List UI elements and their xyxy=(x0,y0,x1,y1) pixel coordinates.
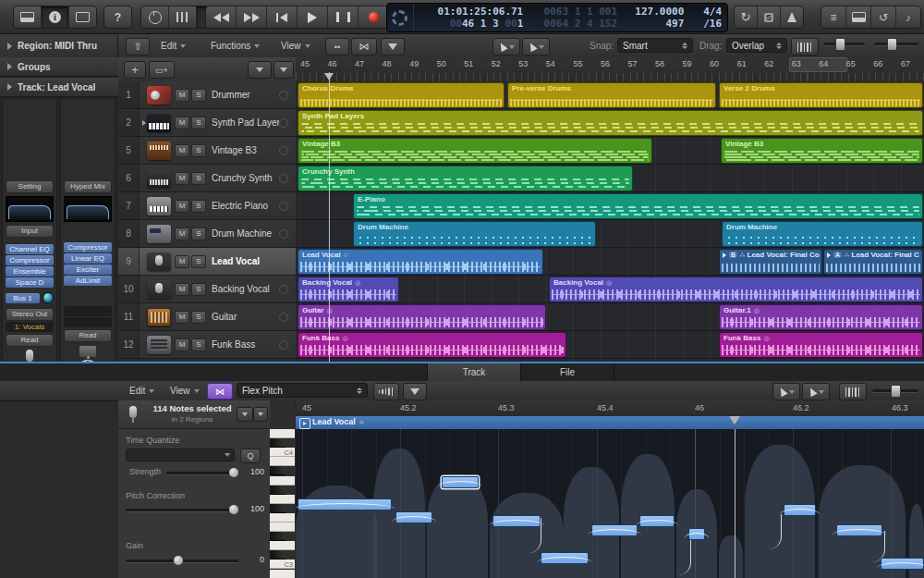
plugin-slot-button[interactable]: Ensemble xyxy=(6,266,54,277)
flex-pitch-note[interactable] xyxy=(442,476,479,488)
lcd-position[interactable]: 01:01:25:06.71 0046 1 3 001 xyxy=(414,4,523,31)
track-row-guitar[interactable]: 11MSGuitar xyxy=(118,303,296,331)
input-monitor-icon[interactable] xyxy=(279,146,288,155)
list-editors-button[interactable]: ≡ xyxy=(821,6,846,28)
white-key-b2[interactable] xyxy=(270,570,295,578)
flex-pitch-note[interactable] xyxy=(784,504,816,516)
pointer-tool-menu[interactable] xyxy=(492,38,520,55)
plugin-slot-button[interactable]: Space D xyxy=(6,277,54,288)
pause-button[interactable] xyxy=(328,6,359,28)
editor-filter-button[interactable] xyxy=(403,383,427,400)
track-mute-button[interactable]: M xyxy=(175,172,189,185)
track-solo-button[interactable]: S xyxy=(191,89,206,102)
hzoom-thumb[interactable] xyxy=(887,38,897,51)
flex-pitch-note[interactable] xyxy=(881,558,924,570)
flex-mode-dropdown[interactable]: Flex Pitch xyxy=(237,383,368,398)
mixer-button[interactable] xyxy=(169,6,197,28)
strength-knob[interactable] xyxy=(229,468,238,477)
track-filter-button[interactable] xyxy=(381,38,405,55)
input-monitor-icon[interactable] xyxy=(279,340,288,350)
smart-controls-button[interactable] xyxy=(141,6,169,28)
track-mute-button[interactable]: M xyxy=(175,311,189,324)
white-key-e3[interactable] xyxy=(270,523,295,532)
automation-button[interactable]: •• xyxy=(325,38,349,55)
toolbar-toggle-button[interactable] xyxy=(69,6,96,28)
pitch-correction-slider[interactable] xyxy=(126,509,238,511)
white-key-c4[interactable]: C4 xyxy=(270,448,295,457)
lcd-settings[interactable] xyxy=(387,4,414,31)
flex-pitch-note[interactable] xyxy=(688,528,705,540)
stop-button[interactable] xyxy=(267,6,298,28)
browsers-button[interactable]: ♪ xyxy=(896,6,920,28)
lcd-tempo[interactable]: 127.0000 497 xyxy=(617,4,684,31)
eq-thumbnail[interactable] xyxy=(64,196,112,222)
track-row-drum-machine[interactable]: 8MSDrum Machine xyxy=(118,220,296,248)
editor-playhead-handle[interactable] xyxy=(729,416,740,424)
track-solo-button[interactable]: S xyxy=(191,283,206,296)
plugin-slot-button[interactable]: Compressor xyxy=(64,242,112,252)
track-solo-button[interactable]: S xyxy=(191,338,206,351)
input-monitor-icon[interactable] xyxy=(279,257,288,266)
lcd-display[interactable]: 01:01:25:06.71 0046 1 3 001 0063 1 1 001… xyxy=(386,3,728,32)
white-key-d3[interactable] xyxy=(270,541,295,550)
region-vintage-b3[interactable]: Vintage B3 xyxy=(298,138,652,164)
region-backing-vocal[interactable]: Backing Vocal◎ xyxy=(549,277,923,302)
black-key-as3[interactable] xyxy=(270,466,286,475)
input-monitor-icon[interactable] xyxy=(279,118,288,128)
track-mute-button[interactable]: M xyxy=(175,283,189,296)
drag-dropdown[interactable]: Overlap xyxy=(726,38,787,53)
gain-slider[interactable] xyxy=(126,560,238,562)
output-button[interactable]: Stereo Out xyxy=(6,308,54,321)
gain-knob[interactable] xyxy=(174,556,183,565)
command-pointer-tool-menu[interactable] xyxy=(522,38,550,55)
plugin-slot-button[interactable]: AdLimit xyxy=(64,276,112,286)
editor-ruler[interactable]: 4545.245.345.44646.246.3 xyxy=(296,400,924,417)
playhead[interactable] xyxy=(329,72,330,362)
editor-catch-button[interactable] xyxy=(237,407,253,422)
waveform-zoom-button[interactable] xyxy=(791,38,819,55)
editor-view-menu[interactable]: View xyxy=(164,383,205,399)
white-key-b3[interactable] xyxy=(270,457,295,466)
white-key-f3[interactable] xyxy=(270,513,295,523)
record-button[interactable] xyxy=(359,6,388,28)
track-solo-button[interactable]: S xyxy=(191,228,206,240)
region-drum-machine[interactable]: Drum Machine xyxy=(353,221,596,247)
back-button[interactable]: ⇧ xyxy=(126,38,150,55)
lcd-locators[interactable]: 0063 1 1 001 0064 2 4 152 xyxy=(523,4,617,31)
track-row-backing-vocal[interactable]: 10MSBacking Vocal xyxy=(118,276,296,303)
input-monitor-icon[interactable] xyxy=(279,174,288,183)
track-mute-button[interactable]: M xyxy=(175,338,189,351)
flex-pitch-area[interactable] xyxy=(296,429,924,578)
input-monitor-icon[interactable] xyxy=(279,229,288,239)
group-button[interactable]: 1: Vocals xyxy=(6,322,54,332)
flex-pitch-note[interactable] xyxy=(836,524,882,536)
editor-pointer-tool-menu[interactable] xyxy=(772,383,800,400)
functions-menu[interactable]: Functions xyxy=(205,38,265,54)
inspector-button[interactable]: i xyxy=(42,6,69,28)
track-row-drummer[interactable]: 1MSDrummer xyxy=(118,81,296,109)
editor-flex-button[interactable]: ⋈ xyxy=(207,383,233,400)
region-verse-2-drums[interactable]: Verse 2 Drums xyxy=(719,82,923,108)
time-quantize-dropdown[interactable] xyxy=(126,449,235,461)
strength-slider[interactable] xyxy=(166,472,238,474)
flex-pitch-note[interactable] xyxy=(492,515,541,527)
region-crunchy-synth[interactable]: Crunchy Synth xyxy=(298,166,633,191)
play-button[interactable] xyxy=(298,6,328,28)
black-key-fs3[interactable] xyxy=(270,504,286,513)
cycle-button[interactable]: ↻ xyxy=(735,6,758,28)
vertical-zoom-slider[interactable] xyxy=(824,43,865,45)
note-pads-button[interactable] xyxy=(846,6,871,28)
editor-waveform-zoom-button[interactable] xyxy=(839,383,867,400)
track-solo-button[interactable]: S xyxy=(191,117,206,129)
black-key-cs4[interactable] xyxy=(270,438,286,448)
library-button[interactable] xyxy=(14,6,42,28)
forward-button[interactable] xyxy=(237,6,267,28)
channel-setting-button[interactable]: Setting xyxy=(6,180,54,193)
track-solo-button[interactable]: S xyxy=(191,311,206,324)
track-lanes[interactable]: Chorus DrumsPre-verse DrumsVerse 2 Drums… xyxy=(296,81,924,362)
track-row-crunchy-synth[interactable]: 6MSCrunchy Synth xyxy=(118,165,296,192)
region-lead-vocal[interactable]: Lead Vocal○ xyxy=(298,249,543,275)
region-guitar[interactable]: Guitar◎ xyxy=(298,304,546,330)
flex-pitch-note[interactable] xyxy=(395,511,432,523)
track-zoom-button[interactable] xyxy=(248,61,272,79)
